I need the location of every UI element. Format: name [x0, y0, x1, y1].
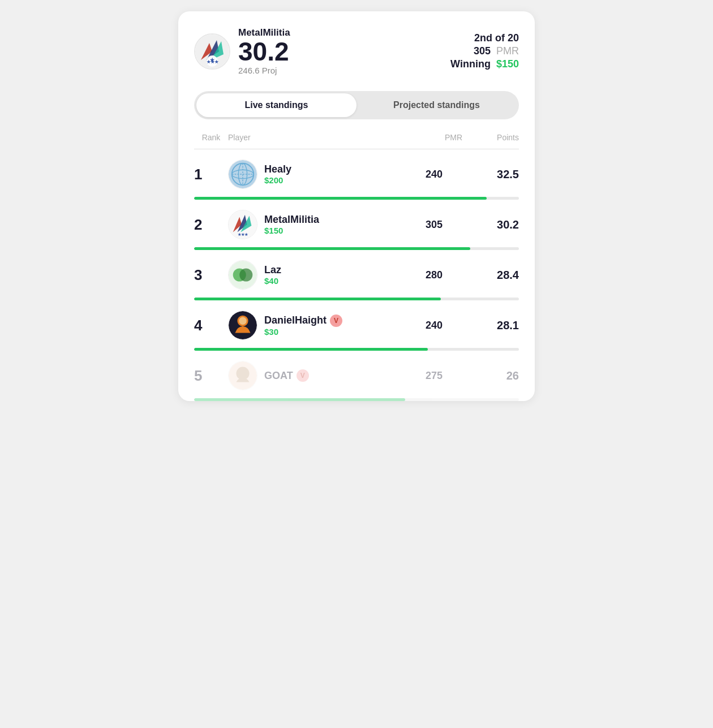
player-avatar: [228, 311, 257, 340]
standings-toggle: Live standings Projected standings: [194, 91, 519, 119]
row-content: 4 DanielHaightV $30 240 28.1: [194, 311, 519, 348]
team-proj: 246.6 Proj: [238, 66, 290, 75]
rank-number: 3: [194, 266, 228, 284]
col-player-header: Player: [228, 133, 406, 142]
pmr-display: 305 PMR: [450, 45, 519, 57]
table-row: 3 Laz $40 280 28.4: [194, 250, 519, 300]
svg-text:★★★: ★★★: [207, 59, 219, 64]
col-pmr-header: PMR: [406, 133, 462, 142]
pmr-cell: 305: [406, 219, 462, 231]
player-prize: $200: [264, 175, 291, 185]
pmr-cell: 275: [406, 370, 462, 382]
player-info: DanielHaightV $30: [228, 311, 406, 340]
player-info: ★★★ MetalMilitia $150: [228, 210, 406, 239]
badge-v: V: [297, 369, 309, 382]
svg-point-23: [239, 317, 246, 325]
pmr-label: PMR: [496, 45, 519, 57]
player-avatar: [228, 260, 257, 290]
points-cell: 32.5: [462, 168, 519, 181]
table-header: Rank Player PMR Points: [194, 133, 519, 149]
standings-list: 1 Healy $200 240 32.5: [194, 149, 519, 401]
player-name: MetalMilitia: [264, 214, 319, 226]
live-standings-tab[interactable]: Live standings: [196, 93, 356, 117]
player-prize: $40: [264, 276, 281, 286]
team-logo: ★★★: [194, 33, 230, 70]
player-details: DanielHaightV $30: [264, 315, 342, 337]
winning-label: Winning: [450, 58, 491, 70]
progress-bar-fill: [194, 398, 405, 401]
svg-point-20: [239, 268, 252, 281]
pmr-cell: 240: [406, 320, 462, 331]
row-content: 2 ★★★ MetalMilitia $150 305 30.2: [194, 210, 519, 247]
main-card: ★★★ MetalMilitia 30.2 246.6 Proj 2nd of …: [178, 11, 535, 401]
header-left: ★★★ MetalMilitia 30.2 246.6 Proj: [194, 27, 290, 75]
table-row: 5 GOATV 275 26: [194, 351, 519, 401]
player-name: GOATV: [264, 369, 309, 382]
svg-text:★★★: ★★★: [238, 232, 248, 236]
player-prize: $30: [264, 327, 342, 337]
player-info: Healy $200: [228, 160, 406, 189]
header-section: ★★★ MetalMilitia 30.2 246.6 Proj 2nd of …: [194, 27, 519, 75]
player-avatar: [228, 160, 257, 189]
pmr-cell: 240: [406, 169, 462, 180]
badge-v: V: [330, 315, 342, 327]
rank-number: 4: [194, 317, 228, 334]
header-right: 2nd of 20 305 PMR Winning $150: [450, 32, 519, 70]
player-avatar: [228, 361, 257, 390]
player-details: MetalMilitia $150: [264, 214, 319, 235]
player-avatar: ★★★: [228, 210, 257, 239]
player-name: DanielHaightV: [264, 315, 342, 327]
points-cell: 28.4: [462, 269, 519, 282]
team-info: MetalMilitia 30.2 246.6 Proj: [238, 27, 290, 75]
pmr-value: 305: [474, 45, 491, 57]
rank-number: 2: [194, 216, 228, 234]
winning-display: Winning $150: [450, 58, 519, 70]
player-name: Healy: [264, 163, 291, 175]
table-row: 4 DanielHaightV $30 240 28.1: [194, 300, 519, 351]
rank-number: 5: [194, 367, 228, 385]
row-content: 1 Healy $200 240 32.5: [194, 160, 519, 197]
rank-display: 2nd of 20: [450, 32, 519, 44]
player-info: GOATV: [228, 361, 406, 390]
player-info: Laz $40: [228, 260, 406, 290]
table-row: 2 ★★★ MetalMilitia $150 305 30.2: [194, 200, 519, 250]
col-points-header: Points: [462, 133, 519, 142]
projected-standings-tab[interactable]: Projected standings: [356, 93, 517, 117]
points-cell: 26: [462, 369, 519, 382]
table-row: 1 Healy $200 240 32.5: [194, 149, 519, 200]
player-details: GOATV: [264, 369, 309, 382]
player-name: Laz: [264, 264, 281, 276]
pmr-cell: 280: [406, 269, 462, 281]
team-score: 30.2: [238, 38, 290, 64]
player-prize: $150: [264, 226, 319, 235]
points-cell: 28.1: [462, 319, 519, 332]
winning-amount: $150: [496, 58, 519, 70]
player-details: Laz $40: [264, 264, 281, 286]
player-details: Healy $200: [264, 163, 291, 185]
rank-number: 1: [194, 166, 228, 183]
row-content: 3 Laz $40 280 28.4: [194, 260, 519, 298]
progress-bar-container: [194, 398, 519, 401]
points-cell: 30.2: [462, 218, 519, 231]
row-content: 5 GOATV 275 26: [194, 361, 519, 398]
col-rank-header: Rank: [194, 133, 228, 142]
